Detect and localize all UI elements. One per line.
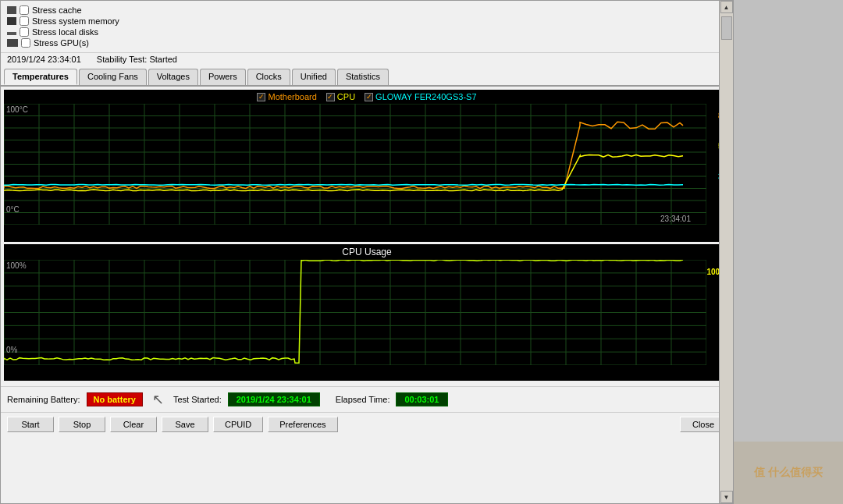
log-message: Stability Test: Started	[97, 55, 177, 64]
legend-motherboard: ✓ Motherboard	[257, 92, 316, 101]
stress-gpu-checkbox[interactable]	[21, 38, 30, 48]
cpu-chart-panel: CPU Usage 100% 0% 100%	[4, 244, 730, 381]
battery-label: Remaining Battery:	[7, 395, 80, 404]
motherboard-checkbox-icon: ✓	[257, 93, 265, 101]
elapsed-value: 00:03:01	[396, 392, 447, 406]
scrollbar[interactable]: ▲ ▼	[719, 1, 733, 503]
charts-container: ✓ Motherboard ✓ CPU ✓ GLOWAY FER240GS3-S…	[1, 87, 733, 386]
tab-powers[interactable]: Powers	[200, 69, 246, 85]
mem-icon	[7, 17, 16, 25]
scroll-up-arrow[interactable]: ▲	[720, 1, 733, 13]
log-timestamp: 2019/1/24 23:34:01	[7, 55, 81, 64]
stress-cache-checkbox[interactable]	[20, 5, 29, 15]
save-button[interactable]: Save	[162, 417, 208, 432]
temp-time-label: 23:34:01	[660, 215, 691, 223]
button-bar: Start Stop Clear Save CPUID Preferences …	[1, 412, 733, 436]
temp-canvas	[4, 104, 706, 225]
tab-statistics[interactable]: Statistics	[337, 69, 389, 85]
start-button[interactable]: Start	[7, 417, 54, 432]
stress-cache-row: Stress cache	[7, 5, 727, 15]
stress-memory-label: Stress system memory	[32, 16, 119, 26]
stress-gpu-label: Stress GPU(s)	[34, 38, 89, 48]
stress-disks-row: Stress local disks	[7, 27, 727, 37]
temp-chart-panel: ✓ Motherboard ✓ CPU ✓ GLOWAY FER240GS3-S…	[4, 90, 730, 242]
cursor-icon: ↖	[152, 391, 164, 408]
stress-memory-row: Stress system memory	[7, 16, 727, 26]
cpu-y-min: 0%	[6, 346, 17, 354]
cpu-y-max: 100%	[6, 261, 27, 270]
tab-temperatures[interactable]: Temperatures	[4, 69, 77, 85]
stress-section: Stress cache Stress system memory Stress…	[1, 1, 733, 53]
test-started-value: 2019/1/24 23:34:01	[228, 392, 320, 406]
watermark-text: 值 什么值得买	[754, 466, 823, 480]
temp-y-max: 100°C	[6, 105, 28, 114]
tab-cooling-fans[interactable]: Cooling Fans	[79, 69, 147, 85]
motherboard-label: Motherboard	[268, 92, 316, 101]
clear-button[interactable]: Clear	[110, 417, 157, 432]
tab-unified[interactable]: Unified	[292, 69, 336, 85]
tabs-bar: Temperatures Cooling Fans Voltages Power…	[1, 66, 733, 87]
temp-chart-body: 100°C 0°C 23:34:01 82 57 33	[4, 104, 730, 225]
cpu-checkbox-icon: ✓	[326, 93, 335, 101]
stress-disks-label: Stress local disks	[32, 27, 98, 37]
preferences-button[interactable]: Preferences	[268, 417, 337, 432]
legend-gloway: ✓ GLOWAY FER240GS3-S7	[365, 92, 476, 101]
cpu-canvas	[4, 260, 706, 365]
scroll-thumb[interactable]	[721, 16, 732, 40]
watermark: 值 什么值得买	[734, 442, 843, 504]
gloway-checkbox-icon: ✓	[365, 93, 373, 101]
temp-chart-header: ✓ Motherboard ✓ CPU ✓ GLOWAY FER240GS3-S…	[4, 90, 730, 104]
elapsed-label: Elapsed Time:	[336, 395, 390, 404]
status-bar: Remaining Battery: No battery ↖ Test Sta…	[1, 386, 733, 412]
stress-memory-checkbox[interactable]	[20, 16, 29, 26]
cpu-chart-body: 100% 0% 100%	[4, 260, 730, 365]
main-window: Stress cache Stress system memory Stress…	[0, 0, 734, 504]
gpu-icon	[7, 39, 18, 47]
cpu-chart-header: CPU Usage	[4, 244, 730, 260]
test-started-label: Test Started:	[173, 395, 222, 404]
tab-voltages[interactable]: Voltages	[148, 69, 198, 85]
gloway-label: GLOWAY FER240GS3-S7	[375, 92, 476, 101]
stress-disks-checkbox[interactable]	[20, 27, 29, 37]
cpu-usage-title: CPU Usage	[342, 247, 391, 257]
stop-button[interactable]: Stop	[59, 417, 105, 432]
stress-cache-label: Stress cache	[32, 5, 82, 15]
cpu-icon	[7, 6, 16, 14]
temp-y-min: 0°C	[6, 205, 20, 214]
stress-gpu-row: Stress GPU(s)	[7, 38, 727, 48]
battery-value: No battery	[87, 392, 143, 406]
log-area: 2019/1/24 23:34:01 Stability Test: Start…	[1, 53, 733, 66]
disk-icon	[7, 32, 16, 35]
legend-cpu: ✓ CPU	[326, 92, 355, 101]
scroll-down-arrow[interactable]: ▼	[720, 491, 733, 503]
tab-clocks[interactable]: Clocks	[247, 69, 290, 85]
cpu-label: CPU	[337, 92, 355, 101]
cpuid-button[interactable]: CPUID	[213, 417, 263, 432]
